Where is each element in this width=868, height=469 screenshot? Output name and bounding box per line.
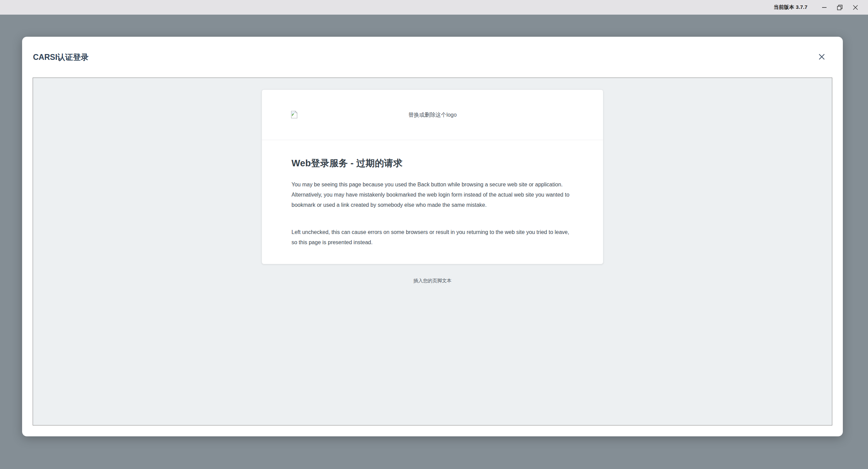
broken-image-icon — [290, 110, 299, 119]
card-body: Web登录服务 - 过期的请求 You may be seeing this p… — [262, 140, 603, 264]
restore-icon — [837, 4, 843, 11]
close-window-button[interactable] — [848, 0, 863, 15]
close-window-icon — [852, 4, 858, 11]
logo-section: 替换或删除这个logo — [262, 90, 603, 140]
titlebar: 当前版本 3.7.7 — [0, 0, 868, 15]
paragraph-back-button: You may be seeing this page because you … — [291, 180, 573, 210]
minimize-button[interactable] — [816, 0, 832, 15]
page-heading: Web登录服务 - 过期的请求 — [291, 157, 573, 169]
dialog-close-icon — [817, 52, 826, 62]
login-page-panel: 替换或删除这个logo Web登录服务 - 过期的请求 You may be s… — [33, 78, 832, 425]
desktop-background: CARSI认证登录 — [0, 15, 868, 469]
restore-button[interactable] — [832, 0, 848, 15]
login-card: 替换或删除这个logo Web登录服务 - 过期的请求 You may be s… — [262, 89, 603, 264]
version-label: 当前版本 3.7.7 — [773, 4, 807, 11]
footer-text: 插入您的页脚文本 — [33, 278, 832, 284]
app-window: 当前版本 3.7.7 — [0, 0, 868, 469]
dialog-title: CARSI认证登录 — [33, 52, 816, 63]
minimize-icon — [821, 4, 827, 10]
dialog-header: CARSI认证登录 — [22, 37, 843, 78]
paragraph-left-unchecked: Left unchecked, this can cause errors on… — [291, 227, 573, 248]
carsi-login-dialog: CARSI认证登录 — [22, 37, 843, 436]
logo-alt-text: 替换或删除这个logo — [408, 112, 456, 119]
dialog-close-button[interactable] — [816, 51, 828, 63]
